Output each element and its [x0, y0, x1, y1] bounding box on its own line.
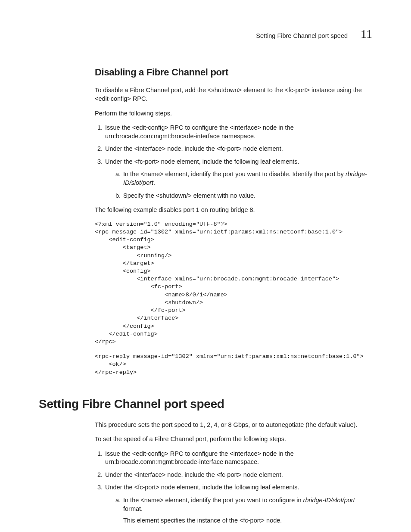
step-item: Under the <fc-port> node element, includ… [104, 483, 372, 525]
step-item: Issue the <edit-config> RPC to configure… [104, 124, 372, 140]
perform-paragraph: To set the speed of a Fibre Channel port… [95, 435, 372, 444]
substeps-list: In the <name> element, identify the port… [105, 170, 372, 200]
step-item: Under the <interface> node, include the … [104, 471, 372, 479]
chapter-number: 11 [361, 26, 372, 42]
section-body-port-speed: This procedure sets the port speed to 1,… [95, 421, 372, 525]
header-section-label: Setting Fibre Channel port speed [256, 32, 348, 40]
intro-paragraph: This procedure sets the port speed to 1,… [95, 421, 372, 429]
substep-text: . [153, 179, 155, 186]
code-block-request: <?xml version="1.0" encoding="UTF-8"?> <… [95, 221, 372, 346]
code-block-reply: <rpc-reply message-id="1302" xmlns="urn:… [95, 353, 372, 376]
steps-list: Issue the <edit-config> RPC to configure… [95, 450, 372, 525]
step-text: Under the <fc-port> node element, includ… [105, 484, 299, 491]
example-intro: The following example disables port 1 on… [95, 206, 372, 215]
substep-item: In the <name> element, identify the port… [122, 496, 372, 525]
substep-text: format. [123, 505, 143, 512]
section-heading-disable-port: Disabling a Fibre Channel port [95, 66, 372, 79]
substep-note: This element specifies the instance of t… [123, 516, 372, 525]
section-body-disable-port: To disable a Fibre Channel port, add the… [95, 86, 372, 376]
substep-italic: rbridge-ID/slot/port [303, 497, 355, 504]
step-text: Under the <fc-port> node element, includ… [105, 158, 299, 165]
steps-list: Issue the <edit-config> RPC to configure… [95, 124, 372, 200]
step-item: Issue the <edit-config> RPC to configure… [104, 450, 372, 467]
substep-item: Specify the <shutdown/> element with no … [122, 192, 372, 200]
perform-paragraph: Perform the following steps. [95, 109, 372, 118]
substeps-list: In the <name> element, identify the port… [105, 496, 372, 525]
substep-text: In the <name> element, identify the port… [123, 171, 346, 177]
step-item: Under the <interface> node, include the … [104, 145, 372, 153]
step-item: Under the <fc-port> node element, includ… [104, 158, 372, 200]
intro-paragraph: To disable a Fibre Channel port, add the… [95, 86, 372, 103]
page-header: Setting Fibre Channel port speed 11 [39, 26, 372, 42]
substep-item: In the <name> element, identify the port… [122, 170, 372, 187]
section-heading-port-speed: Setting Fibre Channel port speed [39, 396, 372, 412]
substep-text: In the <name> element, identify the port… [123, 497, 303, 504]
